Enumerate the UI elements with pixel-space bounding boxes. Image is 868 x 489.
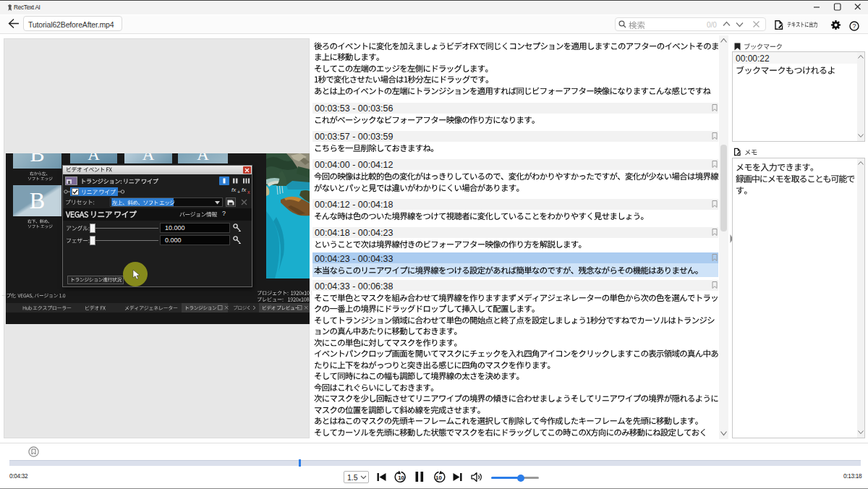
svg-text:10: 10	[435, 475, 442, 481]
svg-text:10: 10	[398, 475, 404, 481]
svg-text:?: ?	[852, 22, 856, 30]
